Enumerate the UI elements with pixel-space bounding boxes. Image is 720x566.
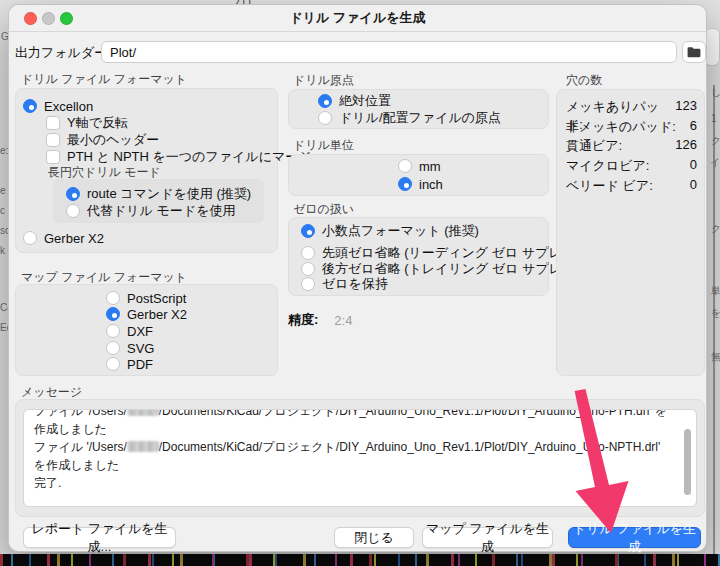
radio-alternate-drill-mode[interactable]: 代替ドリル モードを使用 — [66, 203, 235, 219]
log-line: 完了. — [34, 474, 686, 492]
bg-fragment: e — [0, 186, 6, 196]
output-folder-input[interactable] — [101, 41, 677, 63]
radio-icon — [398, 177, 412, 191]
hole-value: 126 — [675, 137, 697, 155]
hole-label: ベリード ビア: — [566, 177, 653, 195]
radio-gerber-x2-map[interactable]: Gerber X2 — [106, 306, 187, 322]
hole-row-through-vias: 貫通ビア: 126 — [566, 137, 697, 155]
log-line: 作成しました — [34, 420, 686, 438]
output-folder-label: 出力フォルダー: — [15, 44, 111, 62]
radio-icon — [301, 224, 315, 238]
close-button[interactable]: 閉じる — [334, 527, 414, 548]
generate-drill-files-dialog: ドリル ファイルを生成 出力フォルダー: ドリル ファイル フォーマット Exc… — [8, 4, 707, 552]
radio-decimal-format[interactable]: 小数点フォーマット (推奨) — [301, 223, 479, 239]
close-window-button[interactable] — [24, 12, 37, 25]
radio-absolute-position[interactable]: 絶対位置 — [318, 93, 391, 109]
hole-label: 非メッキのパッド: — [566, 118, 676, 136]
radio-label: SVG — [127, 341, 154, 356]
radio-route-command[interactable]: route コマンドを使用 (推奨) — [66, 186, 251, 202]
radio-label: Gerber X2 — [127, 307, 187, 322]
radio-keep-zeros[interactable]: ゼロを保持 — [301, 276, 388, 292]
radio-label: DXF — [127, 324, 153, 339]
background-divider-line — [713, 85, 715, 554]
radio-svg[interactable]: SVG — [106, 340, 154, 356]
precision-value: 2:4 — [334, 313, 352, 328]
checkbox-minimal-header[interactable]: 最小のヘッダー — [46, 132, 159, 148]
generate-report-file-button[interactable]: レポート ファイルを生成... — [23, 527, 176, 548]
generate-map-file-button[interactable]: マップ ファイルを生成 — [422, 527, 553, 548]
radio-icon — [301, 246, 315, 260]
radio-label: PostScript — [127, 291, 186, 306]
hole-row-buried-vias: ベリード ビア: 0 — [566, 177, 697, 195]
hole-value: 0 — [690, 157, 697, 175]
drill-origin-section-label: ドリル原点 — [293, 72, 354, 89]
title-bar: ドリル ファイルを生成 — [9, 5, 706, 32]
folder-icon — [687, 46, 701, 58]
radio-label: inch — [419, 177, 443, 192]
hole-value: 0 — [690, 177, 697, 195]
zoom-window-button[interactable] — [60, 12, 73, 25]
radio-label: 小数点フォーマット (推奨) — [322, 222, 479, 240]
bg-fragment: k — [0, 246, 5, 256]
radio-label: mm — [419, 159, 441, 174]
checkbox-merge-pth-npth[interactable]: PTH と NPTH を一つのファイルにマージ — [46, 149, 312, 165]
radio-label: Gerber X2 — [44, 231, 104, 246]
bg-fragment: イ. — [710, 158, 720, 168]
radio-mm[interactable]: mm — [398, 158, 441, 174]
radio-icon — [66, 187, 80, 201]
radio-icon — [318, 111, 332, 125]
checkbox-mirror-y[interactable]: Y軸で反転 — [46, 115, 128, 131]
radio-inch[interactable]: inch — [398, 176, 443, 192]
radio-icon — [106, 324, 120, 338]
checkbox-icon — [46, 116, 60, 130]
checkbox-label: 最小のヘッダー — [67, 131, 159, 149]
redacted-username — [127, 441, 159, 452]
messages-log[interactable]: ファイル '/Users//Documents/KiCad/プロジェクト/DIY… — [23, 409, 697, 507]
precision-row: 精度: 2:4 — [288, 312, 352, 328]
hole-count-section-label: 穴の数 — [566, 72, 602, 89]
dialog-title: ドリル ファイルを生成 — [289, 9, 425, 27]
radio-icon — [301, 262, 315, 276]
hole-row-nonplated-pads: 非メッキのパッド: 6 — [566, 118, 697, 136]
bg-fragment: c — [0, 206, 5, 216]
radio-icon — [23, 99, 37, 113]
radio-suppress-leading-zeros[interactable]: 先頭ゼロ省略 (リーディング ゼロ サプレス) — [301, 245, 579, 261]
log-line: を作成しました — [34, 456, 686, 474]
log-line: ファイル '/Users//Documents/KiCad/プロジェクト/DIY… — [34, 409, 686, 420]
radio-label: 代替ドリル モードを使用 — [87, 202, 235, 220]
radio-label: route コマンドを使用 (推奨) — [87, 185, 251, 203]
radio-label: PDF — [127, 357, 153, 372]
radio-excellon[interactable]: Excellon — [23, 98, 93, 114]
hole-row-micro-vias: マイクロビア: 0 — [566, 157, 697, 175]
generate-drill-file-button[interactable]: ドリル ファイルを生成 — [568, 527, 701, 548]
checkbox-label: Y軸で反転 — [67, 114, 128, 132]
browse-folder-button[interactable] — [682, 41, 706, 63]
messages-scrollbar-thumb[interactable] — [684, 429, 691, 495]
radio-label: Excellon — [44, 99, 93, 114]
hole-value: 6 — [690, 118, 697, 136]
radio-icon — [106, 307, 120, 321]
radio-icon — [398, 159, 412, 173]
radio-icon — [106, 341, 120, 355]
zeros-section-label: ゼロの扱い — [293, 201, 354, 218]
radio-label: ゼロを保持 — [322, 275, 388, 293]
hole-label: マイクロビア: — [566, 157, 649, 175]
radio-gerber-x2-format[interactable]: Gerber X2 — [23, 230, 104, 246]
checkbox-icon — [46, 133, 60, 147]
drill-units-section-label: ドリル単位 — [293, 137, 354, 154]
redacted-username — [127, 409, 159, 416]
radio-drill-place-file-origin[interactable]: ドリル/配置ファイルの原点 — [318, 110, 501, 126]
radio-pdf[interactable]: PDF — [106, 356, 153, 372]
hole-label: 貫通ビア: — [566, 137, 622, 155]
checkbox-icon — [46, 150, 60, 164]
radio-label: ドリル/配置ファイルの原点 — [339, 109, 501, 127]
radio-postscript[interactable]: PostScript — [106, 290, 186, 306]
log-line: ファイル '/Users//Documents/KiCad/プロジェクト/DIY… — [34, 438, 686, 456]
radio-dxf[interactable]: DXF — [106, 323, 153, 339]
radio-icon — [23, 231, 37, 245]
radio-icon — [66, 204, 80, 218]
minimize-window-button[interactable] — [42, 12, 55, 25]
radio-icon — [301, 277, 315, 291]
radio-icon — [318, 94, 332, 108]
radio-icon — [106, 357, 120, 371]
